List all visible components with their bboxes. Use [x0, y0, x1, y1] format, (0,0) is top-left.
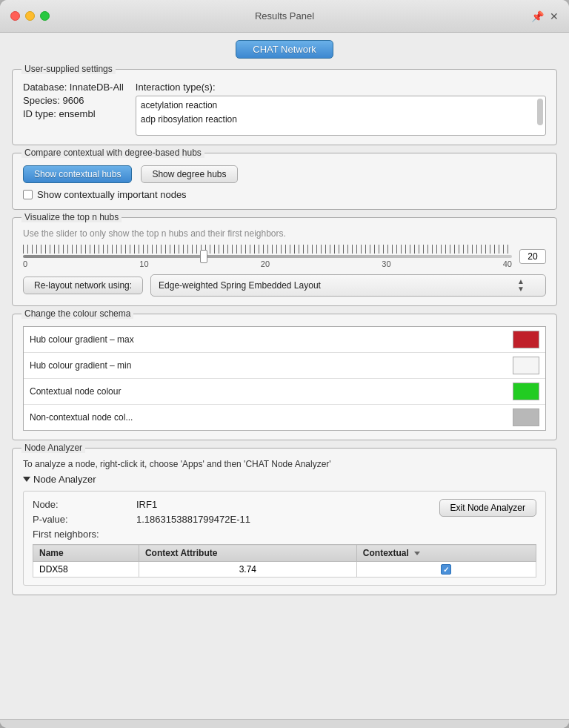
- pin-icon[interactable]: 📌: [531, 10, 544, 22]
- close-icon[interactable]: ✕: [550, 10, 559, 22]
- layout-select[interactable]: Edge-weighted Spring Embedded Layout ▲ ▼: [150, 274, 546, 297]
- main-window: Results Panel 📌 ✕ CHAT Network User-supp…: [0, 0, 569, 728]
- compare-panel-title: Compare contextual with degree-based hub…: [21, 148, 204, 158]
- slider-value-box[interactable]: 20: [519, 249, 546, 264]
- triangle-down-icon: [23, 477, 30, 482]
- relayout-button[interactable]: Re-layout network using:: [23, 277, 143, 294]
- row-name: DDX58: [33, 562, 139, 578]
- interaction-type-item-0: acetylation reaction: [141, 99, 541, 113]
- select-arrows-icon: ▲ ▼: [517, 278, 525, 293]
- tick-40: 40: [503, 259, 512, 268]
- interaction-type-item-1: adp ribosylation reaction: [141, 113, 541, 127]
- window-title: Results Panel: [255, 10, 314, 21]
- species-label: Species: 9606: [23, 95, 124, 106]
- colour-label-0: Hub colour gradient – max: [30, 334, 513, 345]
- show-degree-hubs-button[interactable]: Show degree hubs: [141, 165, 237, 183]
- user-settings-panel: User-supplied settings Database: InnateD…: [12, 69, 557, 145]
- node-value: IRF1: [136, 499, 157, 510]
- show-important-nodes-checkbox[interactable]: [23, 190, 33, 199]
- hub-buttons-row: Show contextual hubs Show degree hubs: [23, 165, 546, 183]
- tick-20: 20: [261, 259, 270, 268]
- minimize-button[interactable]: [25, 11, 35, 21]
- visualize-panel-title: Visualize the top n hubs: [21, 212, 122, 222]
- slider-thumb[interactable]: [200, 250, 207, 263]
- colour-label-3: Non-contextual node col...: [30, 412, 513, 423]
- compare-panel: Compare contextual with degree-based hub…: [12, 153, 557, 210]
- node-label: Node:: [33, 499, 136, 510]
- show-important-nodes-row: Show contextually important nodes: [23, 189, 546, 200]
- colour-row-2: Contextual node colour: [24, 379, 545, 405]
- traffic-lights: [10, 11, 50, 21]
- sort-icon: [414, 552, 420, 555]
- scrollbar-thumb: [537, 99, 543, 125]
- node-analyzer-panel: Node Analyzer To analyze a node, right-c…: [12, 448, 557, 595]
- colour-swatch-2[interactable]: [513, 383, 539, 400]
- exit-node-analyzer-button[interactable]: Exit Node Analyzer: [439, 499, 536, 517]
- node-analyzer-panel-title: Node Analyzer: [21, 443, 85, 453]
- user-settings-title: User-supplied settings: [21, 64, 116, 74]
- layout-row: Re-layout network using: Edge-weighted S…: [23, 274, 546, 297]
- chat-network-tab[interactable]: CHAT Network: [236, 40, 333, 59]
- database-label: Database: InnateDB-All: [23, 82, 124, 93]
- title-bar: Results Panel 📌 ✕: [0, 0, 569, 33]
- col-context-attribute: Context Attribute: [139, 545, 356, 562]
- colour-label-2: Contextual node colour: [30, 386, 513, 397]
- bottom-scrollbar: [0, 719, 569, 728]
- col-name: Name: [33, 545, 139, 562]
- colour-swatch-1[interactable]: [513, 357, 539, 374]
- colour-label-1: Hub colour gradient – min: [30, 360, 513, 371]
- tick-10: 10: [139, 259, 148, 268]
- colour-schema-title: Change the colour schema: [21, 308, 133, 319]
- node-section-toggle[interactable]: Node Analyzer: [23, 474, 546, 485]
- tab-bar: CHAT Network: [0, 33, 569, 63]
- table-row: DDX58 3.74: [33, 562, 536, 578]
- window-controls-right: 📌 ✕: [531, 10, 559, 22]
- slider-tick-marks: [23, 245, 512, 254]
- colour-schema-panel: Change the colour schema Hub colour grad…: [12, 314, 557, 440]
- colour-row-3: Non-contextual node col...: [24, 405, 545, 430]
- colour-swatch-0[interactable]: [513, 331, 539, 348]
- colour-row-0: Hub colour gradient – max: [24, 327, 545, 353]
- interaction-type-label: Interaction type(s):: [136, 82, 546, 93]
- node-analyzer-info: To analyze a node, right-click it, choos…: [23, 459, 546, 469]
- maximize-button[interactable]: [40, 11, 50, 21]
- pvalue-label: P-value:: [33, 514, 136, 525]
- contextual-checkbox-checked[interactable]: [441, 564, 451, 575]
- colour-table: Hub colour gradient – max Hub colour gra…: [23, 326, 546, 431]
- show-contextual-hubs-button[interactable]: Show contextual hubs: [23, 165, 132, 183]
- colour-row-1: Hub colour gradient – min: [24, 353, 545, 379]
- layout-select-label: Edge-weighted Spring Embedded Layout: [159, 280, 321, 291]
- colour-swatch-3[interactable]: [513, 408, 539, 426]
- first-neighbors-label: First neighbors:: [33, 529, 99, 540]
- slider-description: Use the slider to only show the top n hu…: [23, 228, 546, 239]
- show-important-nodes-label: Show contextually important nodes: [37, 189, 187, 200]
- node-section-label: Node Analyzer: [33, 474, 96, 485]
- pvalue-value: 1.1863153881799472E-11: [136, 514, 250, 525]
- main-content: User-supplied settings Database: InnateD…: [0, 63, 569, 719]
- row-contextual: [356, 562, 536, 578]
- neighbors-table: Name Context Attribute Contextual: [33, 544, 536, 578]
- close-button[interactable]: [10, 11, 20, 21]
- row-context-attribute: 3.74: [139, 562, 356, 578]
- id-type-label: ID type: ensembl: [23, 108, 124, 119]
- visualize-panel: Visualize the top n hubs Use the slider …: [12, 217, 557, 306]
- col-contextual: Contextual: [356, 545, 536, 562]
- tick-30: 30: [382, 259, 390, 268]
- tick-0: 0: [23, 259, 27, 268]
